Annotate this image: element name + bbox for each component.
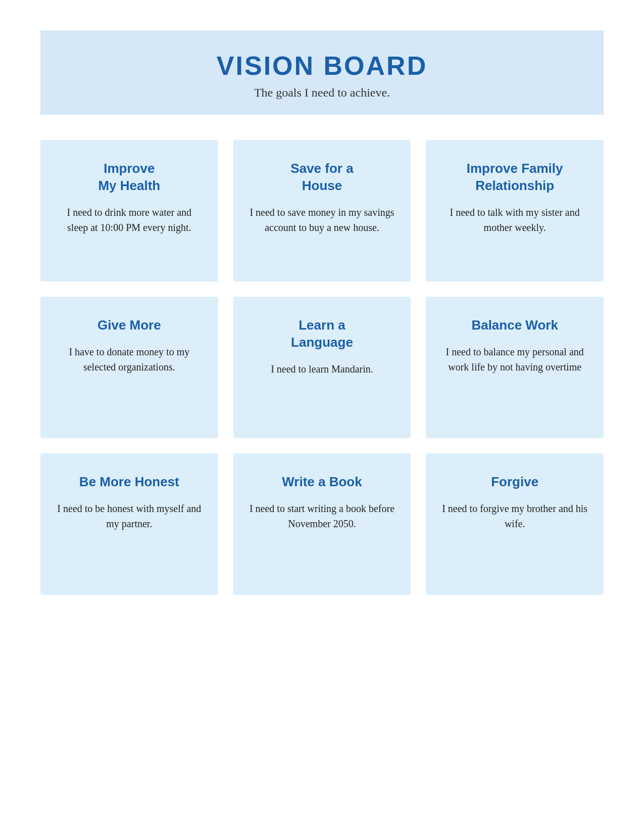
card-body-forgive: I need to forgive my brother and his wif… — [441, 501, 588, 531]
card-title-improve-family: Improve FamilyRelationship — [441, 160, 588, 195]
card-balance-work: Balance WorkI need to balance my persona… — [426, 297, 604, 438]
card-body-save-house: I need to save money in my savings accou… — [249, 205, 396, 235]
card-body-balance-work: I need to balance my personal and work l… — [441, 344, 588, 375]
card-body-improve-health: I need to drink more water and sleep at … — [56, 205, 203, 235]
card-title-learn-language: Learn aLanguage — [249, 317, 396, 351]
page-subtitle: The goals I need to achieve. — [51, 86, 593, 100]
card-improve-family: Improve FamilyRelationshipI need to talk… — [426, 140, 604, 282]
card-title-write-book: Write a Book — [249, 474, 396, 491]
card-save-house: Save for aHouseI need to save money in m… — [233, 140, 411, 282]
card-improve-health: ImproveMy HealthI need to drink more wat… — [40, 140, 218, 282]
card-title-give-more: Give More — [56, 317, 203, 334]
vision-board-grid: ImproveMy HealthI need to drink more wat… — [40, 140, 604, 595]
card-title-balance-work: Balance Work — [441, 317, 588, 334]
card-body-be-honest: I need to be honest with myself and my p… — [56, 501, 203, 531]
card-title-improve-health: ImproveMy Health — [56, 160, 203, 195]
card-body-improve-family: I need to talk with my sister and mother… — [441, 205, 588, 235]
card-give-more: Give MoreI have to donate money to my se… — [40, 297, 218, 438]
card-title-save-house: Save for aHouse — [249, 160, 396, 195]
card-body-give-more: I have to donate money to my selected or… — [56, 344, 203, 375]
card-forgive: ForgiveI need to forgive my brother and … — [426, 453, 604, 595]
card-body-learn-language: I need to learn Mandarin. — [249, 361, 396, 377]
page-title: VISION BOARD — [51, 51, 593, 81]
card-learn-language: Learn aLanguageI need to learn Mandarin. — [233, 297, 411, 438]
page: VISION BOARD The goals I need to achieve… — [0, 0, 644, 834]
page-header: VISION BOARD The goals I need to achieve… — [40, 30, 604, 115]
card-title-forgive: Forgive — [441, 474, 588, 491]
card-write-book: Write a BookI need to start writing a bo… — [233, 453, 411, 595]
card-title-be-honest: Be More Honest — [56, 474, 203, 491]
card-be-honest: Be More HonestI need to be honest with m… — [40, 453, 218, 595]
card-body-write-book: I need to start writing a book before No… — [249, 501, 396, 531]
